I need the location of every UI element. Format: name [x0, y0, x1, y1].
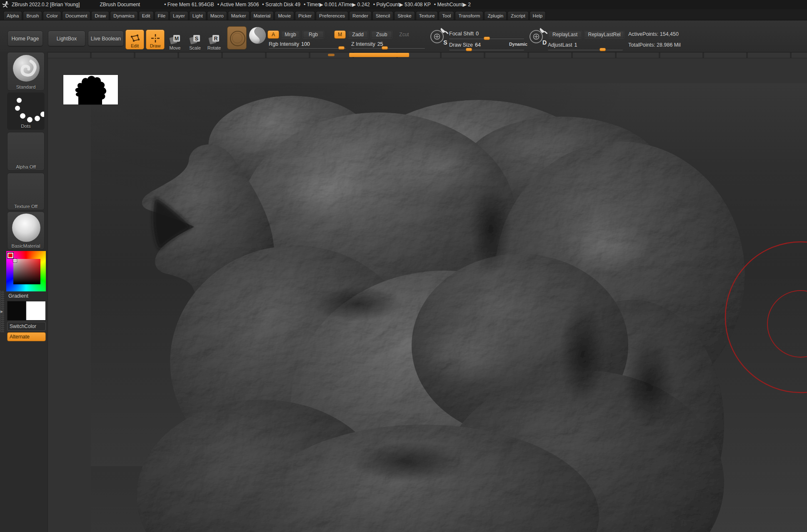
move-button[interactable]: M Move [166, 30, 184, 50]
dot [27, 117, 32, 122]
menu-item[interactable]: Light [189, 11, 206, 20]
title-stats: • Free Mem 61.954GB• Active Mem 3506• Sc… [164, 2, 474, 7]
paint-a-button[interactable]: A [267, 30, 279, 39]
svg-text:M: M [175, 36, 179, 42]
document-thumbnail[interactable] [63, 75, 118, 104]
sidebar-item-label: BasicMaterial [7, 244, 44, 249]
move-icon: M [169, 34, 181, 45]
menu-item[interactable]: Tool [439, 11, 454, 20]
dot [15, 106, 20, 111]
color-picker[interactable] [6, 251, 46, 291]
menu-item[interactable]: Preferences [316, 11, 348, 20]
sidebar-item-stroke-dots[interactable]: Dots [7, 92, 45, 130]
rgb-intensity-label: Rgb Intensity100 [269, 41, 310, 47]
active-points-counter: ActivePoints: 154,450 [628, 31, 679, 37]
menu-item[interactable]: Movie [275, 11, 294, 20]
live-boolean-button[interactable]: Live Boolean [88, 31, 124, 46]
menu-item[interactable]: File [155, 11, 169, 20]
material-sphere-icon [249, 27, 266, 44]
draw-button[interactable]: Draw [146, 30, 165, 50]
tray-divider-strip [48, 52, 807, 58]
zbrush-document[interactable] [91, 83, 807, 532]
rgb-intensity-slider[interactable] [269, 47, 346, 49]
material-preview-button[interactable] [249, 27, 266, 44]
sidebar-item-basic-material[interactable]: BasicMaterial [7, 211, 45, 250]
menu-item[interactable]: Color [43, 11, 61, 20]
replay-last-button[interactable]: ReplayLast [548, 30, 582, 39]
menu-item[interactable]: Alpha [3, 11, 22, 20]
document-title: ZBrush Document [100, 2, 140, 7]
rgb-intensity-handle[interactable] [338, 46, 345, 50]
brush-preview-button[interactable] [227, 26, 247, 50]
secondary-color-swatch[interactable] [26, 301, 46, 321]
switch-color-button[interactable]: SwitchColor [7, 322, 46, 331]
sidebar-item-alpha-off[interactable]: Alpha Off [7, 132, 45, 171]
edit-button[interactable]: Edit [125, 30, 144, 50]
sidebar-item-texture-off[interactable]: Texture Off [7, 173, 45, 210]
menu-item[interactable]: Help [530, 11, 546, 20]
draw-size-slider[interactable] [449, 49, 524, 50]
rotate-button[interactable]: R Rotate [205, 30, 223, 50]
z-intensity-label: Z Intensity25 [351, 41, 383, 47]
title-stat: • Free Mem 61.954GB [164, 2, 214, 7]
menu-item[interactable]: Transform [455, 11, 483, 20]
focal-shift-label: Focal Shift0 [449, 31, 479, 37]
dot [40, 112, 45, 117]
menu-item[interactable]: Picker [295, 11, 315, 20]
menu-item[interactable]: Brush [23, 11, 42, 20]
replay-last-rel-button[interactable]: ReplayLastRel [584, 30, 625, 39]
menu-item[interactable]: Render [349, 11, 372, 20]
alternate-button[interactable]: Alternate [7, 332, 46, 341]
zsub-button[interactable]: Zsub [371, 30, 392, 39]
focal-shift-handle[interactable] [484, 37, 490, 40]
dynamic-toggle[interactable]: Dynamic [509, 42, 527, 47]
main-color-swatch[interactable] [7, 301, 26, 321]
mrgb-button[interactable]: Mrgb [281, 30, 300, 39]
gradient-label[interactable]: Gradient [8, 293, 28, 299]
z-intensity-slider[interactable] [351, 47, 425, 49]
menu-item[interactable]: Document [62, 11, 90, 20]
menu-item[interactable]: Layer [170, 11, 188, 20]
home-page-button[interactable]: Home Page [7, 31, 43, 46]
dot [35, 116, 40, 121]
menu-item[interactable]: Marker [228, 11, 250, 20]
menu-item[interactable]: Draw [91, 11, 109, 20]
edit-label: Edit [131, 43, 139, 48]
tray-tab-highlight-small[interactable] [328, 54, 335, 56]
adjust-last-handle[interactable] [600, 48, 606, 51]
adjust-last-slider[interactable] [548, 49, 623, 50]
title-stat: • MeshCount▶ 2 [434, 2, 471, 7]
menu-item[interactable]: Macro [207, 11, 227, 20]
menu-item[interactable]: Stencil [372, 11, 394, 20]
menu-item[interactable]: Texture [416, 11, 438, 20]
tray-resize-handle[interactable]: ▶ [0, 291, 4, 332]
sidebar-item-label: Alpha Off [7, 164, 44, 169]
svg-text:D: D [542, 39, 547, 45]
sculpt-m-button[interactable]: M [334, 30, 346, 39]
sidebar-item-label: Dots [7, 124, 44, 129]
menu-item[interactable]: Zscript [507, 11, 529, 20]
tray-expand-arrow-icon: ▶ [0, 310, 3, 313]
svg-text:R: R [214, 36, 217, 42]
lightbox-button[interactable]: LightBox [48, 31, 85, 46]
focal-shift-slider[interactable] [449, 38, 524, 39]
scale-button[interactable]: S Scale [186, 30, 204, 50]
menu-item[interactable]: Dynamics [110, 11, 137, 20]
rgb-button[interactable]: Rgb [302, 30, 324, 39]
menu-item[interactable]: Edit [139, 11, 154, 20]
color-picker-cursor [13, 259, 17, 262]
zadd-button[interactable]: Zadd [347, 30, 368, 39]
tray-tab-highlight[interactable] [349, 53, 409, 57]
draw-size-label: Draw Size64 [449, 42, 481, 48]
sidebar-item-brush-standard[interactable]: Standard [7, 52, 45, 91]
color-picker-sv-square[interactable] [13, 259, 40, 284]
title-stat: • Scratch Disk 49 [262, 2, 300, 7]
canvas-area[interactable] [48, 58, 807, 532]
menu-item[interactable]: Stroke [394, 11, 415, 20]
total-points-counter: TotalPoints: 28.986 Mil [628, 42, 681, 48]
zcut-button: Zcut [394, 30, 414, 39]
menu-item[interactable]: Zplugin [484, 11, 507, 20]
menu-item[interactable]: Material [250, 11, 274, 20]
z-intensity-handle[interactable] [382, 46, 388, 50]
draw-size-handle[interactable] [466, 48, 472, 51]
